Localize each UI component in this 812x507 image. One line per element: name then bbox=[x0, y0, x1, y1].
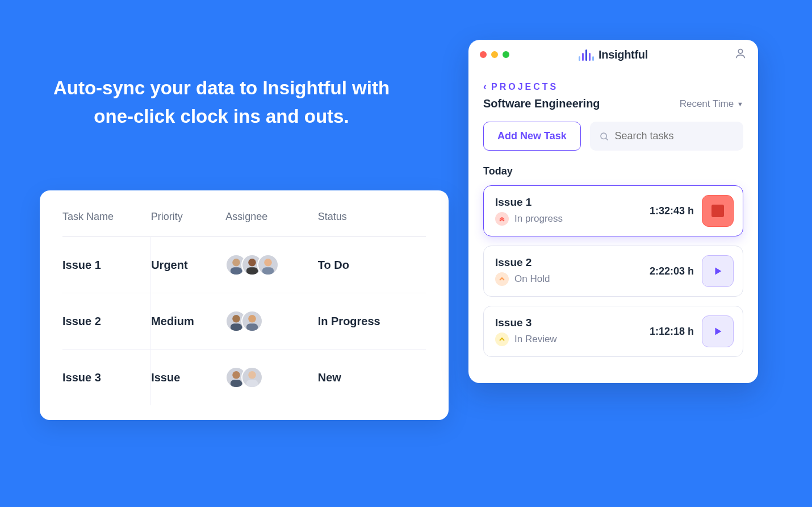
priority-double-chevron-icon bbox=[495, 212, 509, 226]
task-time: 2:22:03 h bbox=[650, 265, 694, 277]
play-button[interactable] bbox=[702, 315, 734, 347]
th-priority: Priority bbox=[151, 211, 226, 237]
play-button[interactable] bbox=[702, 255, 734, 287]
cell-priority: Medium bbox=[151, 293, 226, 350]
sort-label: Recent Time bbox=[680, 98, 734, 110]
avatar-group bbox=[225, 367, 318, 388]
back-projects-link[interactable]: ‹ PROJECTS bbox=[483, 81, 743, 93]
svg-point-6 bbox=[232, 315, 240, 323]
table-row[interactable]: Issue 2 Medium In Progress bbox=[62, 293, 426, 350]
avatar bbox=[241, 310, 263, 332]
avatar-group bbox=[225, 254, 318, 276]
titlebar: Insightful bbox=[468, 40, 758, 69]
table-row[interactable]: Issue 1 Urgent To Do bbox=[62, 237, 426, 293]
brand-text: Insightful bbox=[598, 48, 648, 61]
svg-line-16 bbox=[606, 138, 608, 140]
search-icon bbox=[599, 131, 609, 142]
svg-point-14 bbox=[738, 49, 742, 53]
cell-assignee bbox=[225, 237, 318, 293]
cell-status: New bbox=[318, 350, 426, 406]
cell-task: Issue 3 bbox=[62, 350, 151, 406]
hero-headline: Auto-sync your data to Insightful with o… bbox=[40, 74, 403, 130]
cell-assignee bbox=[225, 293, 318, 350]
task-status-row: In progress bbox=[495, 212, 642, 226]
svg-rect-5 bbox=[262, 267, 274, 275]
svg-point-4 bbox=[264, 259, 272, 267]
add-task-button[interactable]: Add New Task bbox=[483, 122, 581, 151]
avatar bbox=[241, 367, 263, 388]
play-icon bbox=[711, 265, 724, 277]
minimize-icon[interactable] bbox=[491, 51, 498, 58]
cell-status: To Do bbox=[318, 237, 426, 293]
svg-rect-3 bbox=[246, 267, 258, 275]
avatar bbox=[257, 254, 279, 276]
user-icon[interactable] bbox=[734, 47, 747, 62]
svg-point-15 bbox=[601, 133, 606, 139]
task-title: Issue 3 bbox=[495, 317, 642, 329]
cell-task: Issue 2 bbox=[62, 293, 151, 350]
svg-point-10 bbox=[232, 371, 240, 379]
back-label: PROJECTS bbox=[491, 82, 558, 92]
section-today-label: Today bbox=[483, 165, 743, 177]
traffic-lights[interactable] bbox=[480, 51, 509, 58]
svg-rect-13 bbox=[246, 380, 258, 387]
svg-rect-7 bbox=[231, 323, 242, 331]
play-icon bbox=[711, 325, 724, 338]
task-status: In Review bbox=[514, 334, 557, 345]
th-task-name: Task Name bbox=[62, 211, 151, 237]
cell-priority: Urgent bbox=[151, 237, 226, 293]
stop-icon bbox=[711, 205, 724, 217]
controls-row: Add New Task bbox=[483, 122, 743, 151]
task-time: 1:32:43 h bbox=[650, 205, 694, 217]
task-card[interactable]: Issue 3 In Review 1:12:18 h bbox=[483, 306, 743, 357]
task-table-card: Task Name Priority Assignee Status Issue… bbox=[40, 190, 449, 420]
svg-point-0 bbox=[232, 259, 240, 267]
svg-point-12 bbox=[248, 371, 256, 379]
sort-dropdown[interactable]: Recent Time ▼ bbox=[680, 98, 743, 110]
cell-task: Issue 1 bbox=[62, 237, 151, 293]
search-input[interactable] bbox=[614, 130, 734, 142]
stop-button[interactable] bbox=[702, 195, 734, 227]
task-title: Issue 2 bbox=[495, 256, 642, 269]
chevron-left-icon: ‹ bbox=[483, 81, 487, 93]
task-status: In progress bbox=[514, 213, 563, 225]
task-status: On Hold bbox=[514, 273, 550, 285]
maximize-icon[interactable] bbox=[503, 51, 509, 58]
avatar-group bbox=[225, 310, 318, 332]
cell-assignee bbox=[225, 350, 318, 406]
priority-chevron-icon bbox=[495, 333, 509, 346]
th-assignee: Assignee bbox=[225, 211, 318, 237]
app-window: Insightful ‹ PROJECTS Software Engineeri… bbox=[468, 40, 758, 383]
table-row[interactable]: Issue 3 Issue New bbox=[62, 350, 426, 406]
cell-status: In Progress bbox=[318, 293, 426, 350]
th-status: Status bbox=[318, 211, 426, 237]
close-icon[interactable] bbox=[480, 51, 487, 58]
task-info: Issue 3 In Review bbox=[495, 317, 642, 346]
cell-priority: Issue bbox=[151, 350, 226, 406]
task-card[interactable]: Issue 1 In progress 1:32:43 h bbox=[483, 185, 743, 236]
svg-rect-9 bbox=[246, 323, 258, 331]
task-info: Issue 2 On Hold bbox=[495, 256, 642, 286]
chevron-down-icon: ▼ bbox=[737, 101, 743, 107]
task-time: 1:12:18 h bbox=[650, 326, 694, 338]
svg-point-2 bbox=[248, 259, 256, 267]
task-card[interactable]: Issue 2 On Hold 2:22:03 h bbox=[483, 246, 743, 297]
project-title: Software Engineering bbox=[483, 97, 600, 110]
project-header: Software Engineering Recent Time ▼ bbox=[483, 97, 743, 110]
app-body: ‹ PROJECTS Software Engineering Recent T… bbox=[468, 69, 758, 383]
task-table: Task Name Priority Assignee Status Issue… bbox=[62, 211, 426, 405]
svg-rect-11 bbox=[231, 380, 242, 387]
brand-logo-icon bbox=[579, 48, 594, 61]
task-title: Issue 1 bbox=[495, 196, 642, 209]
task-status-row: In Review bbox=[495, 333, 642, 346]
svg-point-8 bbox=[248, 315, 256, 323]
brand: Insightful bbox=[468, 48, 758, 61]
svg-rect-1 bbox=[231, 267, 242, 275]
task-status-row: On Hold bbox=[495, 272, 642, 286]
task-info: Issue 1 In progress bbox=[495, 196, 642, 226]
search-box[interactable] bbox=[590, 122, 743, 151]
priority-chevron-icon bbox=[495, 272, 509, 286]
